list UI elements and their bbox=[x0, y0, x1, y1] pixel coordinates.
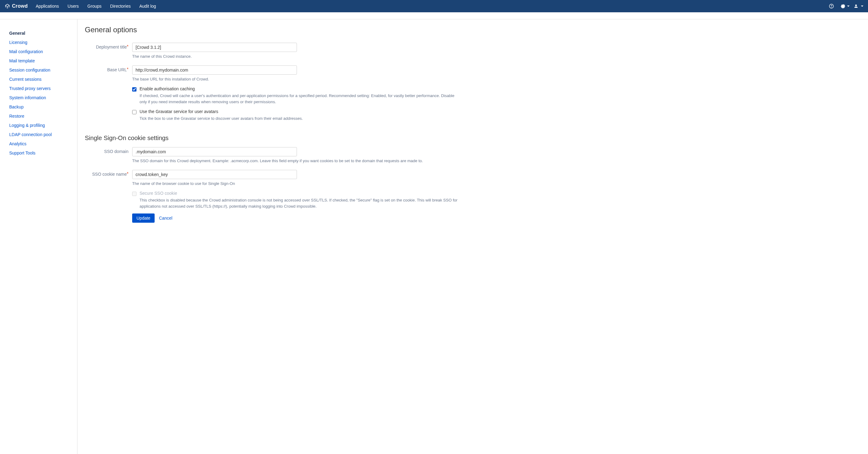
gravatar-label[interactable]: Use the Gravatar service for user avatar… bbox=[140, 109, 218, 114]
gravatar-help: Tick the box to use the Gravatar service… bbox=[140, 116, 458, 122]
sidebar-item-current-sessions[interactable]: Current sessions bbox=[9, 75, 71, 84]
deployment-title-input[interactable] bbox=[132, 43, 297, 52]
cancel-button[interactable]: Cancel bbox=[159, 216, 173, 221]
sidebar-item-licensing[interactable]: Licensing bbox=[9, 38, 71, 47]
sidebar-item-mail-template[interactable]: Mail template bbox=[9, 56, 71, 65]
gravatar-checkbox[interactable] bbox=[132, 110, 136, 114]
nav-applications[interactable]: Applications bbox=[32, 1, 63, 12]
sidebar-item-support-tools[interactable]: Support Tools bbox=[9, 149, 71, 158]
nav-audit-log[interactable]: Audit log bbox=[135, 1, 159, 12]
enable-cache-checkbox[interactable] bbox=[132, 87, 136, 92]
sidebar-item-logging-profiling[interactable]: Logging & profiling bbox=[9, 121, 71, 130]
secure-sso-label: Secure SSO cookie bbox=[140, 191, 177, 196]
sidebar-item-session-configuration[interactable]: Session configuration bbox=[9, 65, 71, 75]
enable-cache-label[interactable]: Enable authorisation caching bbox=[140, 86, 195, 91]
base-url-input[interactable] bbox=[132, 65, 297, 75]
sso-cookie-label: SSO cookie name* bbox=[85, 170, 132, 176]
sso-cookie-help: The name of the browser cookie to use fo… bbox=[132, 181, 458, 187]
main-nav: Applications Users Groups Directories Au… bbox=[32, 1, 159, 12]
sso-section-title: Single Sign-On cookie settings bbox=[85, 134, 859, 141]
enable-cache-help: If checked, Crowd will cache a user's au… bbox=[140, 93, 458, 105]
crowd-icon bbox=[5, 3, 10, 9]
base-url-help: The base URL for this installation of Cr… bbox=[132, 76, 458, 82]
chevron-down-icon bbox=[861, 5, 863, 7]
top-nav: Crowd Applications Users Groups Director… bbox=[0, 0, 868, 12]
nav-groups[interactable]: Groups bbox=[84, 1, 105, 12]
user-icon[interactable] bbox=[854, 1, 863, 11]
nav-users[interactable]: Users bbox=[64, 1, 83, 12]
help-icon[interactable] bbox=[827, 1, 836, 11]
page-title: General options bbox=[85, 26, 859, 34]
sidebar-item-restore[interactable]: Restore bbox=[9, 111, 71, 121]
update-button[interactable]: Update bbox=[132, 214, 155, 223]
secure-sso-checkbox bbox=[132, 192, 136, 196]
deployment-title-help: The name of this Crowd instance. bbox=[132, 54, 458, 59]
sidebar-item-ldap-pool[interactable]: LDAP connection pool bbox=[9, 130, 71, 139]
main-content: General options Deployment title* The na… bbox=[78, 19, 868, 454]
sso-domain-help: The SSO domain for this Crowd deployment… bbox=[132, 158, 458, 164]
sso-cookie-input[interactable] bbox=[132, 170, 297, 179]
settings-icon[interactable] bbox=[840, 1, 850, 11]
nav-directories[interactable]: Directories bbox=[106, 1, 134, 12]
sidebar-item-backup[interactable]: Backup bbox=[9, 102, 71, 111]
sidebar-item-mail-configuration[interactable]: Mail configuration bbox=[9, 47, 71, 56]
secure-sso-help: This checkbox is disabled because the Cr… bbox=[140, 197, 458, 209]
sidebar-item-general[interactable]: General bbox=[9, 29, 71, 38]
sso-domain-input[interactable] bbox=[132, 147, 297, 156]
sidebar-item-analytics[interactable]: Analytics bbox=[9, 139, 71, 149]
sidebar-item-system-information[interactable]: System information bbox=[9, 93, 71, 102]
sidebar-item-trusted-proxy[interactable]: Trusted proxy servers bbox=[9, 84, 71, 93]
sso-domain-label: SSO domain bbox=[85, 147, 132, 154]
deployment-title-label: Deployment title* bbox=[85, 43, 132, 50]
chevron-down-icon bbox=[847, 5, 849, 7]
base-url-label: Base URL* bbox=[85, 65, 132, 72]
brand-logo[interactable]: Crowd bbox=[5, 3, 28, 9]
brand-name: Crowd bbox=[12, 3, 28, 9]
sidebar: General Licensing Mail configuration Mai… bbox=[0, 19, 78, 454]
nav-right bbox=[827, 1, 863, 11]
